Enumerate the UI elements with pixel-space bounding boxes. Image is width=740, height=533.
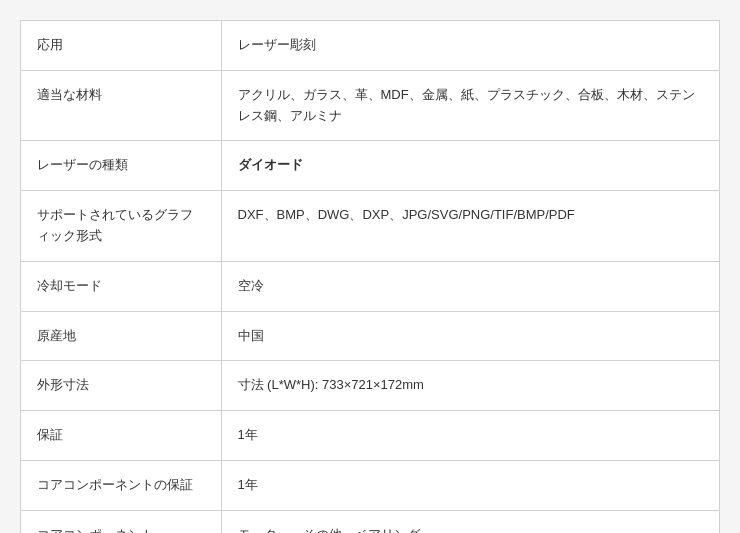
table-row: サポートされているグラフィック形式DXF、BMP、DWG、DXP、JPG/SVG… [21,191,719,262]
row-value: 1年 [221,460,719,510]
specs-table: 応用レーザー彫刻適当な材料アクリル、ガラス、革、MDF、金属、紙、プラスチック、… [21,21,719,533]
specs-table-container: 応用レーザー彫刻適当な材料アクリル、ガラス、革、MDF、金属、紙、プラスチック、… [20,20,720,533]
row-label: 原産地 [21,311,221,361]
row-value: 寸法 (L*W*H): 733×721×172mm [221,361,719,411]
row-value: ダイオード [221,141,719,191]
row-label: 保証 [21,411,221,461]
row-value: 1年 [221,411,719,461]
row-value: DXF、BMP、DWG、DXP、JPG/SVG/PNG/TIF/BMP/PDF [221,191,719,262]
row-label: 適当な材料 [21,70,221,141]
row-label: 冷却モード [21,261,221,311]
row-label: 外形寸法 [21,361,221,411]
table-row: レーザーの種類ダイオード [21,141,719,191]
row-value: 中国 [221,311,719,361]
row-label: 応用 [21,21,221,70]
table-row: 冷却モード空冷 [21,261,719,311]
table-row: 原産地中国 [21,311,719,361]
row-value: レーザー彫刻 [221,21,719,70]
table-row: 適当な材料アクリル、ガラス、革、MDF、金属、紙、プラスチック、合板、木材、ステ… [21,70,719,141]
table-row: コアコンポーネントの保証1年 [21,460,719,510]
row-label: コアコンポーネントの保証 [21,460,221,510]
row-value: アクリル、ガラス、革、MDF、金属、紙、プラスチック、合板、木材、ステンレス鋼、… [221,70,719,141]
table-row: コアコンポーネントモーター、その他、ベアリング [21,510,719,533]
table-row: 応用レーザー彫刻 [21,21,719,70]
row-label: コアコンポーネント [21,510,221,533]
row-value: 空冷 [221,261,719,311]
row-value: モーター、その他、ベアリング [221,510,719,533]
row-label: サポートされているグラフィック形式 [21,191,221,262]
table-row: 保証1年 [21,411,719,461]
row-label: レーザーの種類 [21,141,221,191]
table-row: 外形寸法寸法 (L*W*H): 733×721×172mm [21,361,719,411]
